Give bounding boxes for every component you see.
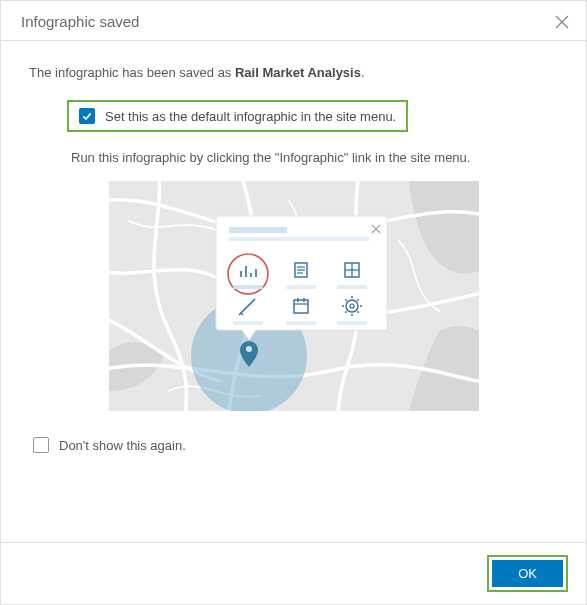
- svg-rect-30: [286, 321, 316, 325]
- intro-text: The infographic has been saved as Rail M…: [29, 65, 558, 80]
- ok-button-highlight: OK: [487, 555, 568, 592]
- intro-prefix: The infographic has been saved as: [29, 65, 235, 80]
- svg-rect-19: [286, 285, 316, 289]
- illustration-wrap: [29, 181, 558, 411]
- svg-rect-7: [229, 227, 287, 233]
- default-infographic-checkbox[interactable]: [79, 108, 95, 124]
- map-illustration: [109, 181, 479, 411]
- ok-button[interactable]: OK: [492, 560, 563, 587]
- intro-name: Rail Market Analysis: [235, 65, 361, 80]
- dialog-title: Infographic saved: [21, 13, 139, 30]
- svg-point-4: [246, 346, 252, 352]
- default-infographic-option: Set this as the default infographic in t…: [67, 100, 408, 132]
- dialog-footer: OK: [1, 542, 586, 604]
- default-infographic-label: Set this as the default infographic in t…: [105, 109, 396, 124]
- infographic-saved-dialog: Infographic saved The infographic has be…: [0, 0, 587, 605]
- svg-line-37: [357, 299, 358, 300]
- svg-rect-8: [229, 237, 369, 241]
- hint-text: Run this infographic by clicking the "In…: [71, 150, 558, 165]
- close-icon[interactable]: [554, 14, 570, 30]
- popup-card: [216, 216, 387, 340]
- dialog-body: The infographic has been saved as Rail M…: [1, 41, 586, 542]
- intro-suffix: .: [361, 65, 365, 80]
- svg-line-38: [345, 311, 346, 312]
- svg-line-39: [357, 311, 358, 312]
- svg-rect-41: [337, 321, 367, 325]
- dont-show-checkbox[interactable]: [33, 437, 49, 453]
- svg-line-40: [345, 299, 346, 300]
- dialog-header: Infographic saved: [1, 1, 586, 41]
- svg-rect-25: [233, 321, 263, 325]
- svg-rect-14: [233, 285, 263, 289]
- svg-rect-23: [337, 285, 367, 289]
- dont-show-option: Don't show this again.: [33, 437, 186, 453]
- dont-show-label: Don't show this again.: [59, 438, 186, 453]
